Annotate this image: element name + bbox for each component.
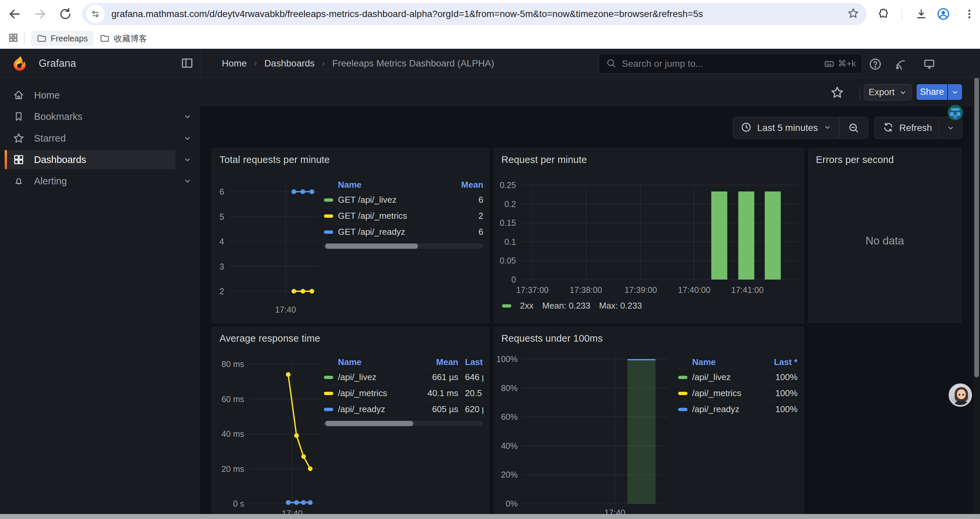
- help-icon[interactable]: [868, 57, 883, 72]
- site-info-icon[interactable]: [86, 5, 105, 23]
- chevron-down-icon[interactable]: [181, 175, 194, 187]
- url-input[interactable]: [111, 8, 847, 20]
- svg-text:0.05: 0.05: [500, 256, 516, 265]
- grafana-logo[interactable]: [10, 53, 30, 74]
- legend-col-last[interactable]: Last *: [754, 357, 797, 367]
- sidebar-item-label: Dashboards: [34, 154, 86, 165]
- chevron-down-icon[interactable]: [181, 110, 194, 123]
- refresh-interval-dropdown[interactable]: [939, 124, 962, 132]
- export-label: Export: [869, 87, 895, 97]
- avatar-eye: [959, 394, 960, 396]
- export-button[interactable]: Export: [864, 84, 912, 101]
- search-icon: [606, 58, 616, 70]
- sidebar-toggle-icon[interactable]: [180, 56, 194, 72]
- svg-text:6: 6: [220, 187, 224, 196]
- series-color-dash: [678, 376, 687, 379]
- svg-text:17:38:00: 17:38:00: [570, 285, 602, 295]
- panel-title[interactable]: Average response time: [220, 333, 320, 344]
- brand-title: Grafana: [39, 57, 76, 69]
- bookmark-folder-blogs[interactable]: 收藏博客: [94, 30, 153, 47]
- share-dropdown-button[interactable]: [948, 84, 962, 100]
- legend-row[interactable]: /api/_metrics 40.1 ms 20.5 ms: [323, 385, 483, 401]
- star-icon: [13, 132, 25, 144]
- breadcrumb-home[interactable]: Home: [222, 58, 247, 69]
- refresh-label[interactable]: Refresh: [899, 123, 932, 133]
- refresh-icon: [883, 121, 894, 134]
- bookmark-star-icon[interactable]: [847, 7, 859, 21]
- sidebar-item-starred[interactable]: Starred: [5, 129, 175, 148]
- breadcrumb-current: Freeleaps Metrics Dashboard (ALPHA): [332, 58, 494, 69]
- search-box[interactable]: ⌘+k: [599, 54, 862, 73]
- legend-row[interactable]: /api/_livez 661 µs 646 µs: [323, 369, 483, 385]
- legend-col-mean[interactable]: Mean: [417, 357, 458, 367]
- chevron-down-icon: [951, 88, 959, 96]
- legend-row[interactable]: /api/_livez 100%: [678, 369, 797, 385]
- horizontal-scrollbar[interactable]: [0, 514, 980, 519]
- panel-title[interactable]: Requests under 100ms: [501, 333, 603, 344]
- user-avatar[interactable]: [948, 105, 963, 120]
- bookmarks-divider: [24, 33, 25, 44]
- sidebar-item-dashboards[interactable]: Dashboards: [5, 150, 175, 169]
- legend-series-name[interactable]: 2xx: [520, 300, 533, 311]
- browser-menu-icon[interactable]: [961, 5, 978, 23]
- breadcrumb-separator: ›: [322, 58, 325, 69]
- favorite-dashboard-star-icon[interactable]: [830, 86, 845, 100]
- breadcrumb-dashboards[interactable]: Dashboards: [264, 58, 315, 69]
- search-input[interactable]: [621, 58, 824, 69]
- legend-scrollbar[interactable]: [323, 421, 483, 426]
- legend-row[interactable]: /api/_readyz 100%: [678, 401, 797, 417]
- legend-col-mean[interactable]: Mean: [445, 180, 483, 190]
- legend-col-name[interactable]: Name: [338, 357, 417, 367]
- svg-text:17:39:00: 17:39:00: [624, 285, 657, 295]
- chevron-down-icon[interactable]: [181, 153, 194, 166]
- legend-row[interactable]: /api/_readyz 605 µs 620 µs: [323, 401, 483, 417]
- panel-title[interactable]: Errors per second: [816, 154, 894, 165]
- legend-row[interactable]: GET /api/_readyz 6: [323, 224, 483, 240]
- share-button[interactable]: Share: [916, 84, 947, 100]
- news-rss-icon[interactable]: [893, 57, 908, 72]
- home-icon: [13, 89, 25, 101]
- downloads-icon[interactable]: [913, 5, 930, 23]
- zoom-out-time-button[interactable]: [840, 122, 868, 134]
- legend-row[interactable]: /api/_metrics 100%: [678, 385, 797, 401]
- legend-row[interactable]: GET /api/_metrics 2: [323, 208, 483, 224]
- browser-back-button[interactable]: [5, 5, 24, 23]
- panel-title[interactable]: Total requests per minute: [220, 154, 330, 165]
- address-bar[interactable]: [82, 3, 867, 25]
- apps-grid-icon[interactable]: [8, 32, 19, 45]
- legend-col-name[interactable]: Name: [692, 357, 754, 367]
- bookmark-folder-freeleaps[interactable]: Freeleaps: [31, 31, 94, 46]
- avatar-pixel: [951, 108, 960, 110]
- legend-scrollbar[interactable]: [323, 243, 483, 249]
- bookmark-icon: [13, 111, 25, 122]
- svg-text:0 s: 0 s: [233, 499, 244, 508]
- extensions-icon[interactable]: [875, 5, 892, 23]
- legend-col-last[interactable]: Last *: [458, 357, 483, 367]
- legend-table: Name Last * /api/_livez 100% /api/_metri…: [678, 355, 797, 417]
- series-color-dash: [502, 304, 511, 308]
- browser-profile-icon[interactable]: [935, 5, 952, 23]
- browser-forward-button[interactable]: [31, 5, 49, 23]
- svg-text:60 ms: 60 ms: [221, 394, 244, 404]
- series-color-dash: [324, 392, 333, 395]
- vertical-scrollbar-thumb[interactable]: [974, 51, 979, 377]
- time-range-label: Last 5 minutes: [757, 123, 818, 133]
- legend-row[interactable]: GET /api/_livez 6: [323, 192, 483, 208]
- chevron-down-icon[interactable]: [181, 132, 194, 144]
- sidebar-item-home[interactable]: Home: [5, 86, 175, 105]
- folder-icon: [100, 34, 110, 43]
- vertical-scrollbar[interactable]: [973, 49, 980, 514]
- svg-text:0.25: 0.25: [500, 180, 516, 190]
- request-per-minute-chart[interactable]: 0.250.20.150.10.05017:37:0017:38:0017:39…: [494, 148, 803, 323]
- panel-title[interactable]: Request per minute: [501, 154, 587, 165]
- browser-reload-button[interactable]: [56, 5, 75, 23]
- time-range-picker[interactable]: Last 5 minutes: [733, 117, 868, 139]
- assistant-avatar-widget[interactable]: [949, 383, 972, 407]
- avatar-eye: [963, 394, 964, 396]
- bookmark-label: Freeleaps: [51, 34, 88, 43]
- sidebar-item-alerting[interactable]: Alerting: [5, 171, 175, 191]
- kiosk-monitor-icon[interactable]: [922, 57, 937, 72]
- refresh-controls: Refresh: [874, 117, 963, 139]
- legend-col-name[interactable]: Name: [338, 180, 445, 190]
- sidebar-item-bookmarks[interactable]: Bookmarks: [5, 107, 175, 126]
